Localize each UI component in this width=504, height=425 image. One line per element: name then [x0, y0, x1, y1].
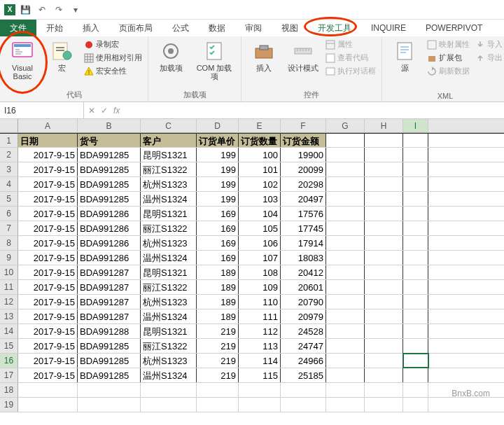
name-box[interactable]: I16	[0, 102, 84, 118]
cell[interactable]: 199	[197, 162, 239, 176]
cell[interactable]	[403, 383, 428, 397]
row-header[interactable]: 3	[0, 162, 18, 176]
qat-customize-icon[interactable]: ▾	[69, 3, 83, 17]
cell[interactable]: 20601	[281, 280, 326, 294]
expansion-packs-button[interactable]: 扩展包	[426, 52, 471, 64]
cell[interactable]	[326, 368, 365, 382]
cell[interactable]	[326, 354, 365, 368]
cell[interactable]: 丽江S1322	[141, 221, 197, 235]
cell[interactable]	[197, 383, 239, 397]
tab-数据[interactable]: 数据	[199, 20, 235, 36]
row-header[interactable]: 12	[0, 295, 18, 309]
cell[interactable]: 昆明S1321	[141, 265, 197, 279]
row-header[interactable]: 2	[0, 148, 18, 162]
cell[interactable]	[403, 339, 428, 353]
cell[interactable]: 日期	[18, 134, 78, 147]
cell[interactable]: 24528	[281, 324, 326, 338]
cell[interactable]: 17576	[281, 207, 326, 221]
row-header[interactable]: 15	[0, 339, 18, 353]
cell[interactable]: 100	[239, 148, 281, 162]
visual-basic-button[interactable]: Visual Basic	[4, 39, 41, 82]
cell[interactable]: 109	[239, 280, 281, 294]
cell[interactable]: BDA991286	[78, 251, 141, 265]
cell[interactable]: 订货数量	[239, 134, 281, 147]
cell[interactable]	[403, 236, 428, 250]
cell[interactable]	[18, 398, 78, 412]
macros-button[interactable]: 宏	[43, 39, 80, 74]
cell[interactable]	[403, 134, 428, 147]
cell[interactable]: 110	[239, 295, 281, 309]
cell[interactable]: 20099	[281, 162, 326, 176]
cell[interactable]: 2017-9-15	[18, 162, 78, 176]
cell[interactable]: BDA991285	[78, 162, 141, 176]
cell[interactable]	[365, 207, 403, 221]
cell[interactable]: BDA991285	[78, 354, 141, 368]
cell[interactable]: 199	[197, 177, 239, 191]
cell[interactable]	[239, 398, 281, 412]
col-header-B[interactable]: B	[78, 119, 141, 132]
cell[interactable]: 114	[239, 354, 281, 368]
cell[interactable]: 219	[197, 354, 239, 368]
cell[interactable]: 2017-9-15	[18, 309, 78, 323]
col-header-A[interactable]: A	[18, 119, 78, 132]
cell[interactable]	[365, 251, 403, 265]
cell[interactable]	[326, 251, 365, 265]
cell[interactable]	[326, 134, 365, 147]
tab-插入[interactable]: 插入	[73, 20, 109, 36]
run-dialog-button[interactable]: 执行对话框	[324, 65, 377, 77]
cell[interactable]: 2017-9-15	[18, 324, 78, 338]
cell[interactable]	[365, 295, 403, 309]
cell[interactable]: 20497	[281, 192, 326, 206]
col-header-E[interactable]: E	[239, 119, 281, 132]
row-header[interactable]: 4	[0, 177, 18, 191]
cell[interactable]: 2017-9-15	[18, 177, 78, 191]
cell[interactable]	[403, 354, 428, 368]
cell[interactable]: 169	[197, 251, 239, 265]
cell[interactable]: 112	[239, 324, 281, 338]
cell[interactable]: 169	[197, 207, 239, 221]
cell[interactable]	[326, 339, 365, 353]
cell[interactable]: 杭州S1323	[141, 354, 197, 368]
cell[interactable]: 115	[239, 368, 281, 382]
cell[interactable]: 2017-9-15	[18, 295, 78, 309]
cell[interactable]: 189	[197, 295, 239, 309]
cell[interactable]	[365, 134, 403, 147]
cell[interactable]: 订货单价	[197, 134, 239, 147]
row-header[interactable]: 13	[0, 309, 18, 323]
cell[interactable]: 219	[197, 339, 239, 353]
cell[interactable]	[281, 398, 326, 412]
cell[interactable]: 219	[197, 368, 239, 382]
refresh-data-button[interactable]: 刷新数据	[426, 65, 471, 77]
cell[interactable]	[197, 398, 239, 412]
cell[interactable]	[365, 162, 403, 176]
cell[interactable]	[78, 398, 141, 412]
cell[interactable]: 19900	[281, 148, 326, 162]
cell[interactable]	[239, 383, 281, 397]
cell[interactable]	[326, 162, 365, 176]
tab-页面布局[interactable]: 页面布局	[109, 20, 162, 36]
cell[interactable]	[403, 398, 428, 412]
cell[interactable]: 108	[239, 265, 281, 279]
row-header[interactable]: 16	[0, 354, 18, 368]
cell[interactable]: BDA991287	[78, 265, 141, 279]
cell[interactable]	[326, 280, 365, 294]
cell[interactable]: 111	[239, 309, 281, 323]
cell[interactable]: 101	[239, 162, 281, 176]
cell[interactable]: 昆明S1321	[141, 324, 197, 338]
cell[interactable]: 温州S1324	[141, 251, 197, 265]
design-mode-button[interactable]: 设计模式	[285, 39, 321, 74]
cell[interactable]: 2017-9-15	[18, 221, 78, 235]
cell[interactable]: 18083	[281, 251, 326, 265]
cell[interactable]	[326, 177, 365, 191]
xml-source-button[interactable]: 源	[386, 39, 423, 74]
cell[interactable]	[141, 398, 197, 412]
cell[interactable]	[281, 383, 326, 397]
row-header[interactable]: 9	[0, 251, 18, 265]
cell[interactable]: 2017-9-15	[18, 339, 78, 353]
map-properties-button[interactable]: 映射属性	[426, 39, 471, 50]
tab-开发工具[interactable]: 开发工具	[308, 20, 361, 36]
row-header[interactable]: 17	[0, 368, 18, 382]
cell[interactable]: 温州S1324	[141, 309, 197, 323]
cell[interactable]: 订货金额	[281, 134, 326, 147]
cell[interactable]: 113	[239, 339, 281, 353]
